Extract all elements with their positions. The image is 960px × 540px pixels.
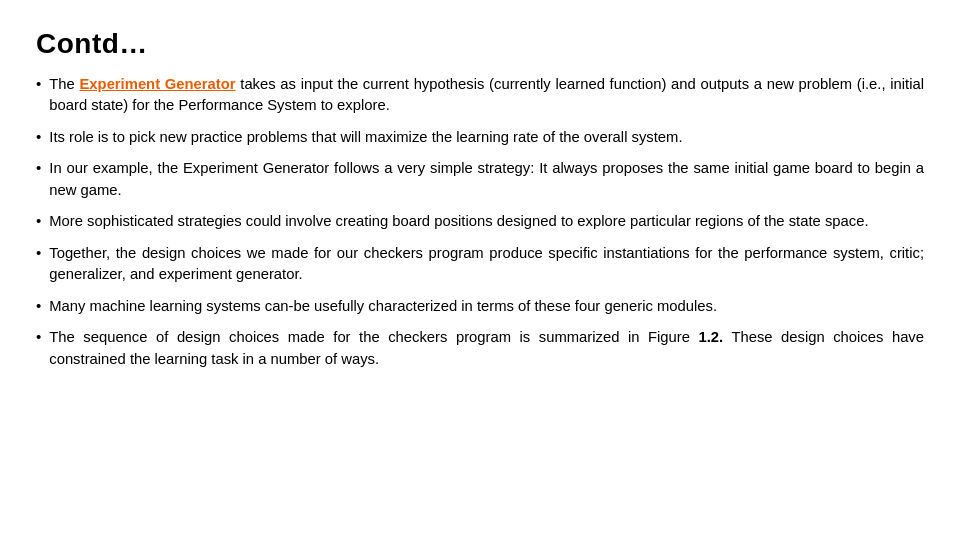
bullet-text: Many machine learning systems can-be use… (49, 296, 717, 317)
bullet-dot: • (36, 328, 41, 345)
bullet-dot: • (36, 128, 41, 145)
list-item: • In our example, the Experiment Generat… (36, 158, 924, 201)
bullet-text: The Experiment Generator takes as input … (49, 74, 924, 117)
bold-text: 1.2. (698, 329, 723, 345)
bullet-dot: • (36, 159, 41, 176)
slide: Contd… • The Experiment Generator takes … (0, 0, 960, 540)
bullet-text: Its role is to pick new practice problem… (49, 127, 682, 148)
list-item: • The sequence of design choices made fo… (36, 327, 924, 370)
list-item: • More sophisticated strategies could in… (36, 211, 924, 232)
bullet-dot: • (36, 212, 41, 229)
bullet-dot: • (36, 244, 41, 261)
list-item: • The Experiment Generator takes as inpu… (36, 74, 924, 117)
bullet-text: In our example, the Experiment Generator… (49, 158, 924, 201)
highlight-text: Experiment Generator (80, 76, 236, 92)
list-item: • Many machine learning systems can-be u… (36, 296, 924, 317)
slide-title: Contd… (36, 28, 924, 60)
bullet-text: Together, the design choices we made for… (49, 243, 924, 286)
list-item: • Together, the design choices we made f… (36, 243, 924, 286)
list-item: • Its role is to pick new practice probl… (36, 127, 924, 148)
bullet-dot: • (36, 297, 41, 314)
bullet-text: The sequence of design choices made for … (49, 327, 924, 370)
bullet-dot: • (36, 75, 41, 92)
bullet-text: More sophisticated strategies could invo… (49, 211, 868, 232)
bullet-list: • The Experiment Generator takes as inpu… (36, 74, 924, 370)
